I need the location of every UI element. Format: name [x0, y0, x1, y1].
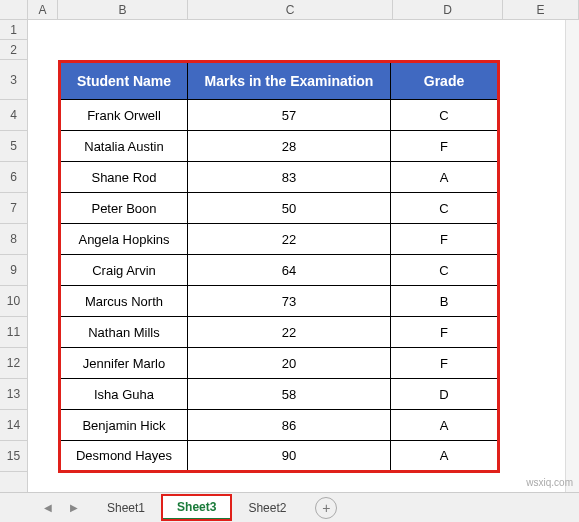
grid-body: 1 2 3 4 5 6 7 8 9 10 11 12 13 14 15 Stud… — [0, 20, 579, 492]
cell-grade[interactable]: C — [391, 100, 499, 131]
table-row: Natalia Austin28F — [60, 131, 499, 162]
cell-marks[interactable]: 64 — [188, 255, 391, 286]
cell-marks[interactable]: 86 — [188, 410, 391, 441]
row-header-9[interactable]: 9 — [0, 255, 27, 286]
cell-name[interactable]: Peter Boon — [60, 193, 188, 224]
select-all-corner[interactable] — [0, 0, 28, 19]
cell-name[interactable]: Frank Orwell — [60, 100, 188, 131]
header-grade[interactable]: Grade — [391, 62, 499, 100]
row-header-11[interactable]: 11 — [0, 317, 27, 348]
cell-name[interactable]: Nathan Mills — [60, 317, 188, 348]
table-row: Marcus North73B — [60, 286, 499, 317]
cell-name[interactable]: Angela Hopkins — [60, 224, 188, 255]
table-row: Shane Rod83A — [60, 162, 499, 193]
cell-marks[interactable]: 28 — [188, 131, 391, 162]
table-row: Benjamin Hick86A — [60, 410, 499, 441]
cell-marks[interactable]: 22 — [188, 224, 391, 255]
row-headers: 1 2 3 4 5 6 7 8 9 10 11 12 13 14 15 — [0, 20, 28, 492]
cell-marks[interactable]: 50 — [188, 193, 391, 224]
sheet-tabs-bar: ◀ ▶ Sheet1 Sheet3 Sheet2 + — [0, 492, 579, 522]
table-row: Frank Orwell57C — [60, 100, 499, 131]
cell-marks[interactable]: 57 — [188, 100, 391, 131]
col-header-B[interactable]: B — [58, 0, 188, 19]
row-header-6[interactable]: 6 — [0, 162, 27, 193]
row-header-3[interactable]: 3 — [0, 60, 27, 100]
table-row: Jennifer Marlo20F — [60, 348, 499, 379]
cell-name[interactable]: Desmond Hayes — [60, 441, 188, 472]
cell-grade[interactable]: A — [391, 441, 499, 472]
cell-name[interactable]: Shane Rod — [60, 162, 188, 193]
cell-grade[interactable]: F — [391, 224, 499, 255]
header-student-name[interactable]: Student Name — [60, 62, 188, 100]
sheet-tab-sheet2[interactable]: Sheet2 — [233, 496, 301, 520]
spreadsheet-app: A B C D E 1 2 3 4 5 6 7 8 9 10 11 12 13 … — [0, 0, 579, 522]
student-grades-table: Student Name Marks in the Examination Gr… — [58, 60, 500, 473]
cell-name[interactable]: Natalia Austin — [60, 131, 188, 162]
cell-marks[interactable]: 90 — [188, 441, 391, 472]
plus-icon: + — [322, 500, 330, 516]
cell-area[interactable]: Student Name Marks in the Examination Gr… — [28, 20, 579, 492]
cell-marks[interactable]: 58 — [188, 379, 391, 410]
col-header-C[interactable]: C — [188, 0, 393, 19]
add-sheet-button[interactable]: + — [315, 497, 337, 519]
cell-grade[interactable]: C — [391, 255, 499, 286]
prev-sheet-icon[interactable]: ◀ — [40, 500, 56, 516]
cell-grade[interactable]: D — [391, 379, 499, 410]
row-header-13[interactable]: 13 — [0, 379, 27, 410]
sheet-tab-sheet1[interactable]: Sheet1 — [92, 496, 160, 520]
cell-name[interactable]: Isha Guha — [60, 379, 188, 410]
col-header-A[interactable]: A — [28, 0, 58, 19]
next-sheet-icon[interactable]: ▶ — [66, 500, 82, 516]
vertical-scrollbar[interactable] — [565, 20, 579, 492]
row-header-12[interactable]: 12 — [0, 348, 27, 379]
table-row: Angela Hopkins22F — [60, 224, 499, 255]
col-header-D[interactable]: D — [393, 0, 503, 19]
cell-name[interactable]: Craig Arvin — [60, 255, 188, 286]
sheet-tab-sheet3[interactable]: Sheet3 — [162, 495, 231, 520]
cell-grade[interactable]: F — [391, 131, 499, 162]
cell-grade[interactable]: B — [391, 286, 499, 317]
cell-name[interactable]: Marcus North — [60, 286, 188, 317]
cell-grade[interactable]: A — [391, 410, 499, 441]
cell-grade[interactable]: F — [391, 348, 499, 379]
cell-name[interactable]: Jennifer Marlo — [60, 348, 188, 379]
table-row: Nathan Mills22F — [60, 317, 499, 348]
table-body: Frank Orwell57C Natalia Austin28F Shane … — [60, 100, 499, 472]
cell-marks[interactable]: 73 — [188, 286, 391, 317]
watermark-text: wsxiq.com — [526, 477, 573, 488]
row-header-1[interactable]: 1 — [0, 20, 27, 40]
row-header-15[interactable]: 15 — [0, 441, 27, 472]
table-row: Peter Boon50C — [60, 193, 499, 224]
cell-marks[interactable]: 20 — [188, 348, 391, 379]
cell-grade[interactable]: A — [391, 162, 499, 193]
header-marks[interactable]: Marks in the Examination — [188, 62, 391, 100]
cell-marks[interactable]: 22 — [188, 317, 391, 348]
row-header-2[interactable]: 2 — [0, 40, 27, 60]
cell-grade[interactable]: F — [391, 317, 499, 348]
row-header-4[interactable]: 4 — [0, 100, 27, 131]
col-header-E[interactable]: E — [503, 0, 579, 19]
cell-grade[interactable]: C — [391, 193, 499, 224]
table-row: Desmond Hayes90A — [60, 441, 499, 472]
column-headers: A B C D E — [0, 0, 579, 20]
row-header-7[interactable]: 7 — [0, 193, 27, 224]
row-header-10[interactable]: 10 — [0, 286, 27, 317]
cell-name[interactable]: Benjamin Hick — [60, 410, 188, 441]
table-row: Isha Guha58D — [60, 379, 499, 410]
row-header-14[interactable]: 14 — [0, 410, 27, 441]
row-header-5[interactable]: 5 — [0, 131, 27, 162]
table-header-row: Student Name Marks in the Examination Gr… — [60, 62, 499, 100]
table-row: Craig Arvin64C — [60, 255, 499, 286]
cell-marks[interactable]: 83 — [188, 162, 391, 193]
row-header-8[interactable]: 8 — [0, 224, 27, 255]
